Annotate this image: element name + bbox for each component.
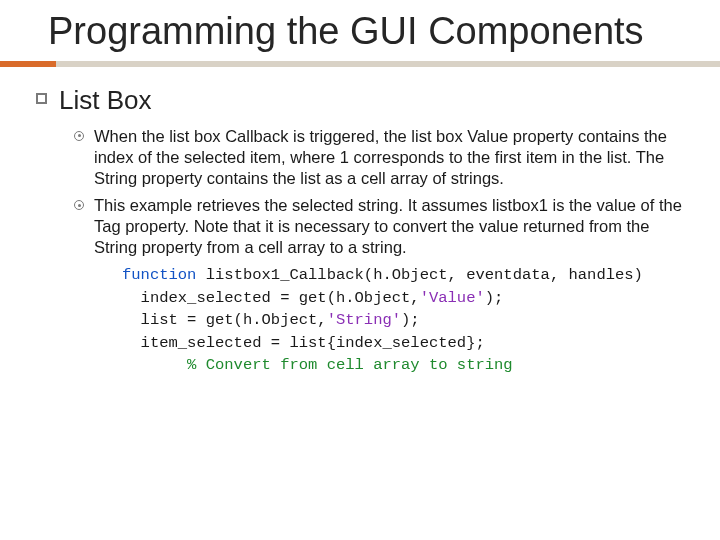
code-text: item_selected = list{index_selected}; — [122, 334, 485, 352]
list-item: When the list box Callback is triggered,… — [74, 126, 684, 189]
square-bullet-icon — [36, 93, 47, 104]
code-string: 'String' — [327, 311, 401, 329]
code-comment: % Convert from cell array to string — [122, 356, 513, 374]
body-text: When the list box Callback is triggered,… — [94, 126, 684, 189]
rule-bar — [56, 61, 720, 67]
code-string: 'Value' — [420, 289, 485, 307]
accent-bar — [0, 61, 56, 67]
slide-body: List Box When the list box Callback is t… — [0, 67, 720, 377]
list-item: This example retrieves the selected stri… — [74, 195, 684, 258]
code-text: ); — [485, 289, 504, 307]
code-text: ); — [401, 311, 420, 329]
list-item: List Box — [36, 85, 684, 116]
sub-list: When the list box Callback is triggered,… — [36, 126, 684, 259]
section-heading: List Box — [59, 85, 152, 116]
circle-bullet-icon — [74, 131, 84, 141]
title-area: Programming the GUI Components — [0, 10, 720, 53]
slide-title: Programming the GUI Components — [48, 10, 720, 53]
code-block: function listbox1_Callback(h.Object, eve… — [36, 258, 684, 376]
body-text: This example retrieves the selected stri… — [94, 195, 684, 258]
code-keyword: function — [122, 266, 196, 284]
code-text: index_selected = get(h.Object, — [122, 289, 420, 307]
code-text: listbox1_Callback(h.Object, eventdata, h… — [196, 266, 642, 284]
code-text: list = get(h.Object, — [122, 311, 327, 329]
circle-bullet-icon — [74, 200, 84, 210]
title-rule — [0, 61, 720, 67]
slide: Programming the GUI Components List Box … — [0, 0, 720, 540]
